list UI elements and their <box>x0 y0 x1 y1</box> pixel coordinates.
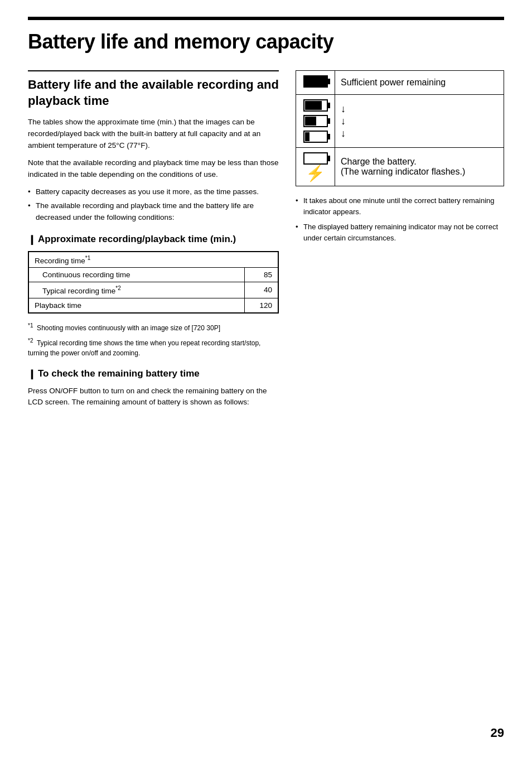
continuous-value: 85 <box>245 268 278 282</box>
section-divider <box>28 70 279 71</box>
table-row-typical: Typical recording time*2 40 <box>29 282 278 298</box>
battery-warning-description: Charge the battery.(The warning indicato… <box>335 148 504 186</box>
typical-value: 40 <box>245 282 278 298</box>
top-border <box>28 17 504 20</box>
section1-bullets: Battery capacity decreases as you use it… <box>28 186 279 224</box>
section1-intro-p1: The tables show the approximate time (mi… <box>28 117 279 152</box>
bullet-item-2: The available recording and playback tim… <box>28 200 279 224</box>
section2-heading: Approximate recording/playback time (min… <box>38 234 236 245</box>
playback-value: 120 <box>245 298 278 312</box>
recording-table: Recording time*1 Continuous recording ti… <box>28 251 279 314</box>
section3-text: Press ON/OFF button to turn on and check… <box>28 385 279 409</box>
continuous-label: Continuous recording time <box>29 268 245 282</box>
page: Battery life and memory capacity Battery… <box>0 0 532 757</box>
battery-decreasing-description: ↓ ↓ ↓ <box>335 95 504 148</box>
typical-label: Typical recording time*2 <box>29 282 245 298</box>
battery-indicator-table: Sufficient power remaining <box>296 70 504 186</box>
battery-row-full: Sufficient power remaining <box>296 71 504 95</box>
battery-icons-decreasing-cell <box>296 95 335 148</box>
footnote-1: *1 Shooting movies continuously with an … <box>28 321 279 333</box>
battery-row-decreasing: ↓ ↓ ↓ <box>296 95 504 148</box>
page-title: Battery life and memory capacity <box>28 30 504 54</box>
bullet-item-1: Battery capacity decreases as you use it… <box>28 186 279 198</box>
table-header: Recording time*1 <box>29 252 278 268</box>
battery-full-description: Sufficient power remaining <box>335 71 504 95</box>
section3-heading-container: ❙ To check the remaining battery time <box>28 368 279 380</box>
warning-flash-icon: ⚡ <box>306 166 325 181</box>
battery-half-icon <box>303 115 328 127</box>
right-bullet-2: The displayed battery remaining indicato… <box>296 221 504 243</box>
right-column: Sufficient power remaining <box>296 70 504 414</box>
section3-heading: To check the remaining battery time <box>38 368 200 379</box>
table-row-playback: Playback time 120 <box>29 298 278 312</box>
table-header-row: Recording time*1 <box>29 252 278 268</box>
content-area: Battery life and the available recording… <box>28 70 504 414</box>
section1-intro-p2: Note that the available recording and pl… <box>28 157 279 181</box>
footnote-2: *2 Typical recording time shows the time… <box>28 336 279 358</box>
section1-heading: Battery life and the available recording… <box>28 77 279 109</box>
arrow-down-3: ↓ <box>341 128 346 139</box>
battery-three-quarter-icon <box>303 99 328 112</box>
battery-full-icon <box>303 75 328 88</box>
right-bullet-1: It takes about one minute until the corr… <box>296 195 504 217</box>
battery-icon-full-cell <box>296 71 335 95</box>
battery-empty-icon <box>303 152 328 165</box>
arrow-down-2: ↓ <box>341 115 346 127</box>
arrow-down-1: ↓ <box>341 103 346 115</box>
battery-quarter-icon <box>303 131 328 143</box>
right-bullets-list: It takes about one minute until the corr… <box>296 195 504 243</box>
section2-heading-container: ❙ Approximate recording/playback time (m… <box>28 234 279 245</box>
battery-row-warning: ⚡ Charge the battery.(The warning indica… <box>296 148 504 186</box>
playback-label: Playback time <box>29 298 245 312</box>
battery-icon-warning-cell: ⚡ <box>296 148 335 186</box>
left-column: Battery life and the available recording… <box>28 70 279 414</box>
table-row-continuous: Continuous recording time 85 <box>29 268 278 282</box>
page-number: 29 <box>491 726 504 740</box>
